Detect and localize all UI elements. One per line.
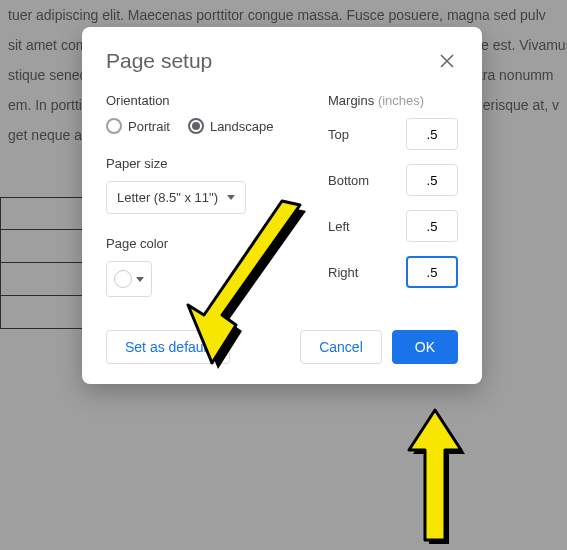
margin-top-input[interactable] [406,118,458,150]
radio-icon [188,118,204,134]
dialog-title: Page setup [106,49,212,73]
portrait-radio-label: Portrait [128,119,170,134]
portrait-radio[interactable]: Portrait [106,118,170,134]
color-swatch-icon [114,270,132,288]
set-as-default-button[interactable]: Set as default [106,330,230,364]
page-color-picker[interactable] [106,261,152,297]
margin-top-label: Top [328,127,349,142]
close-icon [440,54,454,68]
margin-left-input[interactable] [406,210,458,242]
chevron-down-icon [136,277,144,282]
margin-bottom-input[interactable] [406,164,458,196]
margin-right-label: Right [328,265,358,280]
page-color-label: Page color [106,236,300,251]
margin-bottom-label: Bottom [328,173,369,188]
margin-left-label: Left [328,219,350,234]
paper-size-label: Paper size [106,156,300,171]
orientation-label: Orientation [106,93,300,108]
cancel-button[interactable]: Cancel [300,330,382,364]
margin-right-input[interactable] [406,256,458,288]
margins-label: Margins (inches) [328,93,458,108]
landscape-radio[interactable]: Landscape [188,118,274,134]
page-setup-dialog: Page setup Orientation Portrait Landscap… [82,27,482,384]
chevron-down-icon [227,195,235,200]
paper-size-value: Letter (8.5" x 11") [117,190,218,205]
landscape-radio-label: Landscape [210,119,274,134]
close-button[interactable] [436,50,458,72]
paper-size-select[interactable]: Letter (8.5" x 11") [106,181,246,214]
radio-icon [106,118,122,134]
ok-button[interactable]: OK [392,330,458,364]
